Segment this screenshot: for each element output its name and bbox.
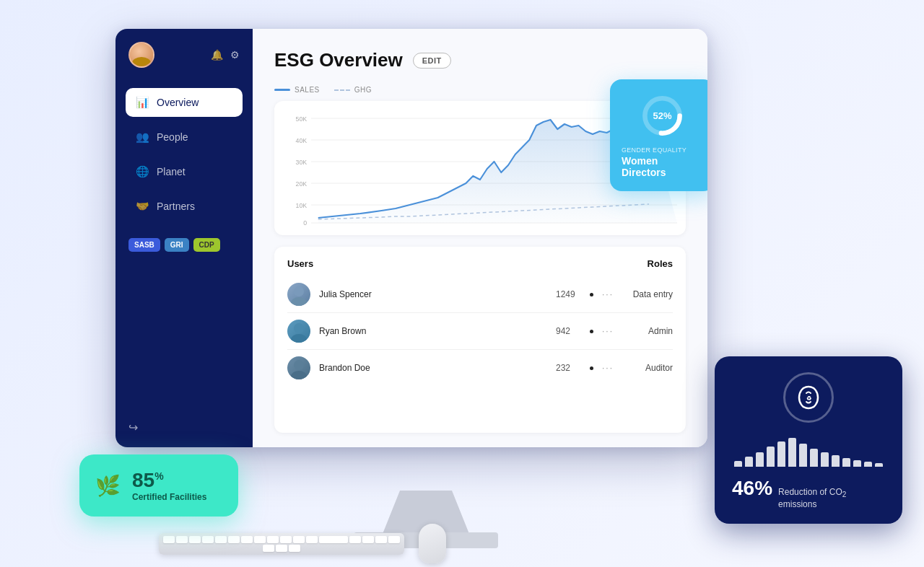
leaf-icon: 🌿 (95, 474, 121, 498)
edit-button[interactable]: EDIT (413, 53, 451, 69)
user-role-ryan: Admin (622, 326, 673, 336)
bar (777, 441, 785, 467)
bell-icon[interactable]: 🔔 (211, 49, 223, 61)
svg-text:0: 0 (303, 219, 307, 227)
bar (745, 457, 753, 467)
user-role-brandon: Auditor (622, 363, 673, 373)
sidebar: 🔔 ⚙ 📊 Overview 👥 People 🌐 Planet (116, 29, 253, 447)
key (388, 536, 400, 543)
svg-text:50K: 50K (296, 115, 308, 123)
co2-percentage: 46% (732, 477, 772, 500)
key (228, 536, 240, 543)
sidebar-item-people-label: People (157, 131, 188, 143)
svg-point-13 (291, 297, 307, 306)
svg-text:30K: 30K (296, 159, 308, 166)
key (375, 536, 387, 543)
cert-sup: % (154, 470, 163, 482)
tag-row: SASB GRI CDP (126, 238, 243, 252)
page-header: ESG Overview EDIT (274, 49, 686, 71)
key (319, 536, 348, 543)
monitor: 🔔 ⚙ 📊 Overview 👥 People 🌐 Planet (116, 29, 736, 491)
key (241, 536, 253, 543)
user-avatar-julia (287, 283, 310, 306)
legend-sales-line (274, 89, 290, 91)
co2-label: Reduction of CO2emissions (778, 487, 846, 511)
cert-percentage: 85% (132, 469, 206, 492)
key (202, 536, 214, 543)
legend-ghg-line (334, 89, 350, 91)
cert-label: Certified Facilities (132, 492, 206, 502)
user-avatar-ryan (287, 320, 310, 343)
card-co2: ♻ 46% Reduction of CO2emissions (715, 356, 902, 524)
donut-container: 52% (622, 92, 703, 139)
dots-more-julia[interactable]: ··· (602, 289, 614, 299)
cert-text: 85% Certified Facilities (132, 469, 206, 502)
key (293, 536, 305, 543)
col-roles-label: Roles (648, 258, 673, 269)
table-row: Ryan Brown 942 ··· Admin (287, 313, 673, 350)
table-header: Users Roles (287, 258, 673, 269)
dots-more-ryan[interactable]: ··· (602, 326, 614, 336)
partners-icon: 🤝 (136, 200, 149, 213)
dot-brandon (590, 366, 593, 370)
avatar-hair (132, 57, 151, 66)
key (189, 536, 201, 543)
sidebar-item-overview-label: Overview (157, 97, 199, 108)
legend-ghg: GHG (334, 86, 372, 94)
key (163, 536, 175, 543)
mouse (419, 524, 446, 563)
people-icon: 👥 (136, 131, 149, 144)
donut-pct: 52% (653, 110, 671, 121)
gender-card-label: Gender Equality (622, 146, 703, 154)
legend-sales: SALES (274, 86, 320, 94)
svg-text:40K: 40K (296, 137, 308, 144)
key (254, 536, 266, 543)
sidebar-header: 🔔 ⚙ (126, 42, 243, 68)
user-name-brandon: Brandon Doe (319, 363, 547, 373)
key (280, 536, 292, 543)
users-section: Users Roles Julia Spencer 1249 ··· Data … (274, 247, 686, 433)
header-icons: 🔔 ⚙ (211, 49, 240, 61)
key (176, 536, 188, 543)
legend-sales-label: SALES (295, 86, 320, 94)
tag-sasb[interactable]: SASB (128, 238, 160, 252)
bar (864, 462, 872, 467)
keyboard (159, 533, 404, 555)
sidebar-item-people[interactable]: 👥 People (126, 123, 243, 151)
user-role-julia: Data entry (622, 289, 673, 299)
gear-icon[interactable]: ⚙ (230, 49, 240, 61)
bar-chart-mini (732, 434, 885, 467)
svg-point-14 (294, 323, 304, 333)
planet-icon: 🌐 (136, 165, 149, 178)
key (263, 545, 274, 552)
keyboard-area (159, 524, 446, 563)
logout-button[interactable]: ↪ (126, 421, 243, 434)
user-num-brandon: 232 (556, 363, 581, 373)
tag-gri[interactable]: GRI (165, 238, 189, 252)
monitor-screen: 🔔 ⚙ 📊 Overview 👥 People 🌐 Planet (116, 29, 707, 447)
sidebar-item-partners[interactable]: 🤝 Partners (126, 192, 243, 221)
sidebar-item-planet[interactable]: 🌐 Planet (126, 157, 243, 186)
user-name-julia: Julia Spencer (319, 289, 547, 299)
dot-julia (590, 293, 593, 296)
bar (832, 455, 840, 467)
bar (756, 452, 764, 467)
bar (875, 463, 883, 467)
table-row: Julia Spencer 1249 ··· Data entry (287, 276, 673, 313)
card-gender-equality: 52% Gender Equality Women Directors (610, 79, 707, 191)
avatar-face (130, 43, 153, 66)
logout-icon: ↪ (128, 421, 138, 434)
tag-cdp[interactable]: CDP (193, 238, 220, 252)
page-title: ESG Overview (274, 49, 403, 71)
legend-ghg-label: GHG (354, 86, 372, 94)
svg-point-15 (291, 334, 307, 343)
dot-ryan (590, 330, 593, 333)
overview-icon: 📊 (136, 96, 149, 109)
sidebar-item-overview[interactable]: 📊 Overview (126, 88, 243, 117)
col-users-label: Users (287, 258, 313, 269)
cert-pct-num: 85 (132, 469, 154, 491)
co2-icon-circle: ♻ (783, 372, 834, 423)
bar (810, 449, 818, 467)
donut-svg: 52% (639, 92, 686, 139)
dots-more-brandon[interactable]: ··· (602, 363, 614, 373)
